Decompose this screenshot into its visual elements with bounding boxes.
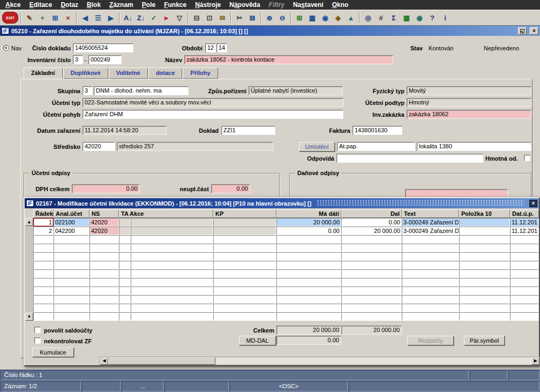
umisteni-field-2[interactable]: lokalita 1380 <box>417 142 531 151</box>
print-preview-icon[interactable]: ⊡ <box>204 12 215 24</box>
grid-cell-dat_up[interactable] <box>510 295 539 304</box>
grid-cell-kp[interactable] <box>213 312 276 321</box>
next-block-icon[interactable]: ▶ <box>105 12 117 24</box>
grid-cell-radek[interactable] <box>33 244 54 252</box>
grid-cell-ns[interactable] <box>89 295 119 304</box>
dialog-close-icon[interactable]: × <box>529 200 537 207</box>
info-icon[interactable]: i <box>439 12 451 24</box>
grid-cell-akce[interactable] <box>131 244 213 252</box>
grid-cell-kp[interactable] <box>213 261 276 269</box>
grid-cell-ma_dati[interactable] <box>276 244 341 252</box>
grid-cell-dat_up[interactable]: 11.12.201 <box>510 218 539 227</box>
help-icon[interactable]: ? <box>426 12 438 24</box>
grid-cell-polozka10[interactable] <box>459 235 510 244</box>
grid-cell-text[interactable] <box>402 235 459 244</box>
inventarni-cislo-field[interactable]: 000249 <box>88 55 122 64</box>
grid-cell-anal_ucet[interactable] <box>54 278 89 287</box>
grid-cell-polozka10[interactable] <box>459 244 510 252</box>
grid-cell-anal_ucet[interactable] <box>54 235 89 244</box>
paste-icon[interactable]: ⊠ <box>246 12 258 24</box>
grid-cell-akce[interactable] <box>131 312 213 321</box>
cut-icon[interactable]: ✂ <box>234 12 245 24</box>
grid-cell-text[interactable]: 3-000249 Zařazení DHI <box>402 227 459 235</box>
grid-cell-dat_up[interactable] <box>510 304 539 312</box>
grid-cell-ma_dati[interactable] <box>276 269 341 278</box>
grid-cell-akce[interactable] <box>131 261 213 269</box>
grid-cell-text[interactable]: 3-000249 Zařazení DHI <box>402 218 459 227</box>
filter-icon[interactable]: ▽ <box>174 12 185 24</box>
grid-cell-akce[interactable] <box>131 252 213 261</box>
grid-cell-dal[interactable] <box>341 312 402 321</box>
horizontal-scrollbar[interactable]: ◀ ▶ <box>100 357 540 365</box>
grid-cell-dat_up[interactable] <box>510 261 539 269</box>
grid-cell-polozka10[interactable] <box>459 287 510 295</box>
grid-cell-polozka10[interactable] <box>459 218 510 227</box>
tab-0[interactable]: Základní <box>24 67 63 79</box>
par-symbol-button[interactable]: Pár.symbol <box>464 336 505 345</box>
grid-cell-ns[interactable]: 42020 <box>89 218 119 227</box>
menu-item-3[interactable]: Blok <box>82 1 105 9</box>
menu-item-1[interactable]: Editace <box>25 1 57 9</box>
grid-cell-kp[interactable] <box>213 218 276 227</box>
grid-cell-akce[interactable] <box>131 235 213 244</box>
tab-2[interactable]: Volitelné <box>109 67 148 79</box>
grid-cell-ma_dati[interactable] <box>276 295 341 304</box>
grid-cell-text[interactable] <box>402 261 459 269</box>
menu-item-8[interactable]: Nápověda <box>225 1 264 9</box>
main-window-titlebar[interactable]: iF 05210 - Zařazení dlouhodobého majetku… <box>0 26 540 36</box>
grid-cell-radek[interactable]: 2 <box>33 227 54 235</box>
grid-cell-radek[interactable] <box>33 269 54 278</box>
exit-icon[interactable]: EXIT <box>2 12 18 24</box>
grid-cell-ns[interactable] <box>89 287 119 295</box>
grid-cell-ta[interactable] <box>119 312 131 321</box>
close-icon[interactable]: × <box>530 27 538 35</box>
grid-cell-dal[interactable]: 20 000.00 <box>341 227 402 235</box>
grid-cell-ns[interactable] <box>89 312 119 321</box>
grid-cell-kp[interactable] <box>213 287 276 295</box>
stredisko-code-field[interactable]: 42020 <box>82 142 115 151</box>
grid-cell-ma_dati[interactable] <box>276 278 341 287</box>
chart-icon[interactable]: ▲ <box>345 12 357 24</box>
grid-cell-polozka10[interactable] <box>459 295 510 304</box>
grid-cell-dal[interactable] <box>341 244 402 252</box>
skupina-code-field[interactable]: 3 <box>82 86 93 95</box>
menu-item-6[interactable]: Funkce <box>160 1 191 9</box>
grid-cell-ma_dati[interactable] <box>276 312 341 321</box>
grid-cell-ta[interactable] <box>119 218 131 227</box>
mail-icon[interactable]: ✉ <box>216 12 228 24</box>
enter-query-icon[interactable]: ✓ <box>148 12 160 24</box>
grid-cell-ns[interactable] <box>89 304 119 312</box>
grid-cell-ta[interactable] <box>119 261 131 269</box>
grid-cell-ma_dati[interactable] <box>276 304 341 312</box>
grid-cell-radek[interactable]: 1 <box>33 218 54 227</box>
obdobi-year-field[interactable]: 14 <box>216 43 227 52</box>
odpovida-field[interactable] <box>336 154 483 163</box>
grid-cell-text[interactable] <box>402 278 459 287</box>
tab-3[interactable]: dotace <box>148 67 182 79</box>
grid-cell-ta[interactable] <box>119 295 131 304</box>
sort-desc-icon[interactable]: Z↓ <box>135 12 147 24</box>
hmotna-od-checkbox[interactable] <box>524 155 530 161</box>
grid-cell-ma_dati[interactable] <box>276 252 341 261</box>
menu-item-11[interactable]: Okno <box>328 1 353 9</box>
grid-cell-kp[interactable] <box>213 235 276 244</box>
duplicate-record-icon[interactable]: ⊞ <box>49 12 61 24</box>
grid-cell-polozka10[interactable] <box>459 252 510 261</box>
list-values-icon[interactable]: ☰ <box>92 12 104 24</box>
grid-cell-dat_up[interactable] <box>510 235 539 244</box>
grid-cell-radek[interactable] <box>33 252 54 261</box>
grid-cell-anal_ucet[interactable] <box>54 269 89 278</box>
grid-cell-ma_dati[interactable]: 20 000.00 <box>276 218 341 227</box>
grid-cell-ta[interactable] <box>119 269 131 278</box>
grid-cell-ta[interactable] <box>119 287 131 295</box>
grid-cell-akce[interactable] <box>131 227 213 235</box>
zpus-porizeni-field[interactable]: Úplatné nabytí (investice) <box>249 86 343 95</box>
ucetni-pohyb-field[interactable]: Zařazení DHM <box>82 110 343 119</box>
grid-cell-dal[interactable] <box>341 287 402 295</box>
umisteni-field-1[interactable]: At.pap. <box>337 142 415 151</box>
grid-cell-polozka10[interactable] <box>459 227 510 235</box>
grid-cell-kp[interactable] <box>213 227 276 235</box>
grid-cell-ma_dati[interactable] <box>276 235 341 244</box>
grid-cell-anal_ucet[interactable] <box>54 304 89 312</box>
grid-cell-anal_ucet[interactable] <box>54 312 89 321</box>
